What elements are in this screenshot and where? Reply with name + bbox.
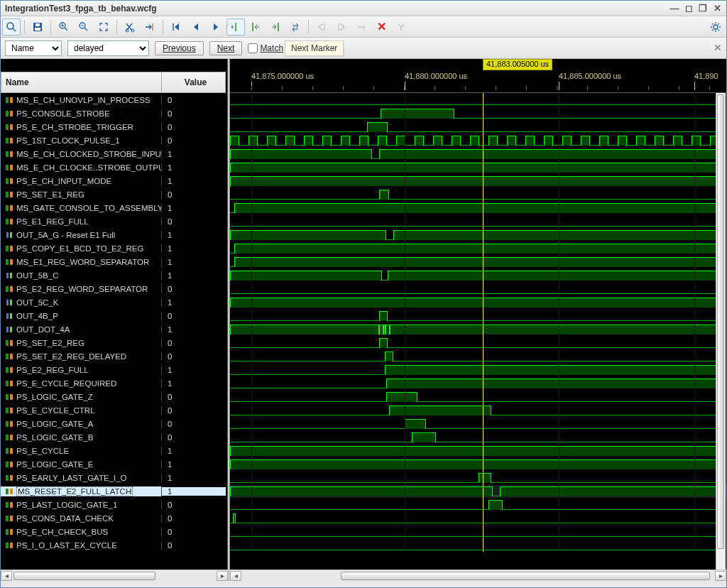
move-right-icon[interactable] <box>332 18 351 36</box>
waveform-row[interactable] <box>230 390 726 403</box>
signal-row[interactable]: PS_E_CYCLE_REQUIRED1 <box>1 376 227 390</box>
waveform-row[interactable] <box>230 322 726 336</box>
next-marker-icon[interactable] <box>266 18 285 36</box>
scroll-right-button[interactable]: ▸ <box>217 571 228 581</box>
minimize-icon[interactable]: — <box>669 3 679 13</box>
close-icon[interactable]: ✕ <box>712 3 722 13</box>
signal-row[interactable]: MS_E1_REG_WORD_SEPARATOR1 <box>1 255 227 268</box>
restore-icon[interactable]: ❐ <box>698 3 708 13</box>
waveform-row[interactable] <box>230 471 726 484</box>
time-ruler[interactable]: 41,875.000000 us41,880.000000 us41,885.0… <box>230 72 726 93</box>
signal-row[interactable]: MS_E_CH_CLOCKE..STROBE_OUTPUT1 <box>1 160 227 174</box>
go-start-icon[interactable] <box>167 18 185 36</box>
signal-row[interactable]: OUT_DOT_4A1 <box>1 322 227 336</box>
signal-row[interactable]: OUT_5A_G - Reset E1 Full1 <box>1 228 227 241</box>
signal-table[interactable]: MS_E_CH_UNOVLP_IN_PROCESS0PS_CONSOLE_STR… <box>1 93 227 552</box>
add-marker-icon[interactable] <box>226 18 245 36</box>
signal-row[interactable]: PS_SET_E2_REG_DELAYED0 <box>1 349 227 363</box>
waveform-row[interactable] <box>230 93 726 107</box>
link-icon[interactable] <box>392 18 410 36</box>
go-to-cursor-icon[interactable] <box>141 18 159 36</box>
waveform-row[interactable] <box>230 444 726 457</box>
left-hscrollbar[interactable]: ◂ ▸ <box>1 570 228 581</box>
signal-row[interactable]: OUT_5B_C1 <box>1 268 227 282</box>
signal-row[interactable]: OUT_5C_K1 <box>1 295 227 309</box>
search-next-button[interactable]: Next <box>209 41 243 55</box>
delete-icon[interactable]: ✕ <box>372 18 390 36</box>
name-column-header[interactable]: Name <box>1 72 162 93</box>
waveform-row[interactable] <box>230 457 726 471</box>
signal-row[interactable]: PS_SET_E2_REG0 <box>1 336 227 349</box>
move-left-icon[interactable] <box>312 18 331 36</box>
waveform-row[interactable] <box>230 376 726 390</box>
wave-hscrollbar[interactable]: ◂ ▸ <box>230 570 726 581</box>
close-search-icon[interactable]: ✕ <box>714 42 722 53</box>
waveform-row[interactable] <box>230 201 726 214</box>
waveform-row[interactable] <box>230 214 726 228</box>
waveform-row[interactable] <box>230 336 726 349</box>
signal-row[interactable]: PS_LOGIC_GATE_Z0 <box>1 390 227 403</box>
signal-row[interactable]: PS_E_CYCLE1 <box>1 444 227 457</box>
waveform-row[interactable] <box>230 511 726 525</box>
waveform-row[interactable] <box>230 538 726 552</box>
waveform-row[interactable] <box>230 309 726 322</box>
search-scope-select[interactable]: Name <box>5 40 62 56</box>
signal-row[interactable]: MS_RESET_E2_FULL_LATCH1 <box>1 484 227 498</box>
zoom-in-icon[interactable] <box>55 18 73 36</box>
match-case-checkbox[interactable] <box>248 43 258 53</box>
waveform-row[interactable] <box>230 525 726 538</box>
scroll-left-button[interactable]: ◂ <box>230 571 241 581</box>
vscroll-thumb[interactable] <box>717 94 724 549</box>
cut-icon[interactable] <box>121 18 139 36</box>
value-column-header[interactable]: Value <box>162 72 226 93</box>
prev-marker-icon[interactable] <box>246 18 265 36</box>
signal-row[interactable]: PS_E_CYCLE_CTRL0 <box>1 403 227 417</box>
cursor-line[interactable] <box>483 93 483 552</box>
waveform-row[interactable] <box>230 295 726 309</box>
waveform-row[interactable] <box>230 174 726 187</box>
signal-row[interactable]: PS_1ST_CLOCK_PULSE_10 <box>1 134 227 147</box>
waveform-row[interactable] <box>230 228 726 241</box>
hscroll-thumb[interactable] <box>341 572 710 580</box>
signal-row[interactable]: PS_E1_REG_FULL0 <box>1 214 227 228</box>
search-query-select[interactable]: delayed <box>67 40 149 56</box>
swap-cursors-icon[interactable] <box>286 18 305 36</box>
signal-row[interactable]: PS_E2_REG_FULL1 <box>1 363 227 376</box>
signal-row[interactable]: PS_I_O_LAST_EX_CYCLE0 <box>1 538 227 552</box>
signal-row[interactable]: PS_SET_E1_REG0 <box>1 187 227 201</box>
waveform-row[interactable] <box>230 107 726 120</box>
waveform-row[interactable] <box>230 147 726 160</box>
maximize-icon[interactable]: ◻ <box>684 3 694 13</box>
hscroll-thumb[interactable] <box>13 572 155 580</box>
search-prev-button[interactable]: Previous <box>155 41 204 55</box>
zoom-out-icon[interactable] <box>75 18 93 36</box>
waveform-row[interactable] <box>230 484 726 498</box>
scroll-left-button[interactable]: ◂ <box>1 571 12 581</box>
waveform-row[interactable] <box>230 255 726 268</box>
signal-row[interactable]: PS_E_CH_INPUT_MODE1 <box>1 174 227 187</box>
signal-row[interactable]: PS_E2_REG_WORD_SEPARATOR0 <box>1 282 227 295</box>
signal-row[interactable]: PS_E_CH_STROBE_TRIGGER0 <box>1 120 227 134</box>
signal-row[interactable]: PS_LOGIC_GATE_E1 <box>1 457 227 471</box>
waveform-row[interactable] <box>230 160 726 174</box>
signal-row[interactable]: PS_LOGIC_GATE_B0 <box>1 430 227 444</box>
waveform-row[interactable] <box>230 268 726 282</box>
signal-row[interactable]: OUT_4B_P0 <box>1 309 227 322</box>
waveform-row[interactable] <box>230 498 726 511</box>
remove-icon[interactable] <box>352 18 371 36</box>
waveform-row[interactable] <box>230 430 726 444</box>
settings-icon[interactable] <box>706 18 725 36</box>
cursor-time-label[interactable]: 41,883.005000 us <box>483 59 552 70</box>
waveform-row[interactable] <box>230 349 726 363</box>
waveform-row[interactable] <box>230 363 726 376</box>
signal-row[interactable]: PS_LOGIC_GATE_A0 <box>1 417 227 430</box>
vertical-scrollbar[interactable] <box>716 93 726 570</box>
save-icon[interactable] <box>28 18 47 36</box>
waveform-row[interactable] <box>230 120 726 134</box>
waveform-row[interactable] <box>230 241 726 255</box>
waveform-row[interactable] <box>230 403 726 417</box>
signal-row[interactable]: PS_EARLY_LAST_GATE_I_O1 <box>1 471 227 484</box>
waveform-row[interactable] <box>230 417 726 430</box>
signal-row[interactable]: PS_CONS_DATA_CHECK0 <box>1 511 227 525</box>
waveform-row[interactable] <box>230 134 726 147</box>
